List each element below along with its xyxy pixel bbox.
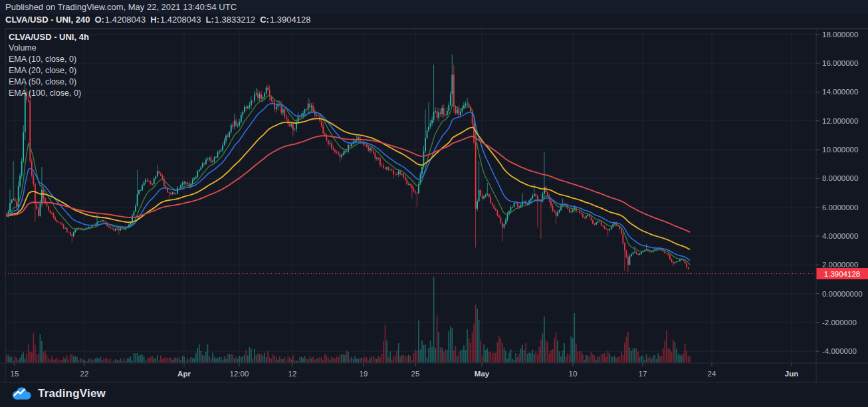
svg-text:2.0000000: 2.0000000: [822, 261, 858, 269]
svg-text:22: 22: [80, 370, 89, 378]
price-axis[interactable]: 18.00000016.00000014.00000012.00000010.0…: [816, 31, 863, 356]
tradingview-cloud-icon: [11, 386, 32, 401]
footer-logo[interactable]: TradingView: [11, 385, 106, 402]
svg-text:12:00: 12:00: [230, 370, 249, 378]
chart-legend: CLVA/USD - UNI, 4h Volume EMA (10, close…: [9, 31, 89, 99]
legend-ema-100[interactable]: EMA (100, close, 0): [9, 88, 89, 99]
svg-text:18.000000: 18.000000: [822, 31, 858, 39]
chart-canvas[interactable]: 18.00000016.00000014.00000012.00000010.0…: [0, 0, 868, 407]
low-value: 1.3833212: [215, 15, 255, 25]
last-price-label: 1.3904128: [817, 268, 868, 279]
svg-text:12: 12: [288, 370, 297, 378]
grid-lines: [5, 29, 816, 363]
svg-text:10: 10: [569, 370, 578, 378]
svg-text:15: 15: [11, 370, 19, 378]
volume-bars: [6, 277, 691, 362]
svg-text:Apr: Apr: [177, 370, 191, 378]
svg-text:1.3904128: 1.3904128: [824, 270, 860, 278]
svg-text:24: 24: [708, 370, 716, 378]
legend-ema-50[interactable]: EMA (50, close, 0): [9, 76, 89, 88]
svg-text:-4.000000: -4.000000: [822, 347, 857, 355]
open-label: O:: [94, 15, 104, 25]
tradingview-snapshot: 18.00000016.00000014.00000012.00000010.0…: [0, 0, 868, 407]
legend-ema-20[interactable]: EMA (20, close, 0): [9, 65, 89, 76]
svg-text:4.0000000: 4.0000000: [822, 232, 858, 240]
published-bar: Published on TradingView.com, May 22, 20…: [0, 0, 868, 14]
svg-text:8.0000000: 8.0000000: [822, 174, 858, 182]
close-label: C:: [260, 15, 269, 25]
svg-text:Jun: Jun: [785, 370, 798, 378]
legend-ema-10[interactable]: EMA (10, close, 0): [9, 54, 89, 65]
svg-text:19: 19: [360, 370, 368, 378]
svg-text:10.000000: 10.000000: [822, 146, 858, 154]
svg-text:14.000000: 14.000000: [822, 88, 858, 96]
svg-text:12.000000: 12.000000: [822, 117, 858, 125]
time-axis[interactable]: 1522Apr12:00121925May101724Jun: [11, 363, 799, 378]
published-text: Published on TradingView.com, May 22, 20…: [5, 2, 237, 12]
open-value: 1.4208043: [105, 15, 146, 25]
legend-volume[interactable]: Volume: [9, 43, 89, 54]
svg-text:-2.000000: -2.000000: [822, 319, 857, 327]
close-value: 1.3904128: [270, 15, 310, 25]
svg-text:25: 25: [411, 370, 420, 378]
tradingview-brand[interactable]: TradingView: [38, 387, 106, 400]
low-label: L:: [205, 15, 213, 25]
svg-text:17: 17: [639, 370, 647, 378]
symbol-title: CLVA/USD - UNI, 240: [5, 15, 90, 25]
svg-text:16.000000: 16.000000: [822, 59, 858, 67]
svg-text:0.00000000: 0.00000000: [822, 290, 863, 298]
high-label: H:: [150, 15, 160, 25]
candlesticks: [6, 55, 691, 274]
high-value: 1.4208043: [160, 15, 201, 25]
ohlc-readout: CLVA/USD - UNI, 240O:1.4208043H:1.420804…: [0, 14, 310, 26]
svg-text:6.0000000: 6.0000000: [822, 204, 858, 211]
svg-text:May: May: [475, 370, 490, 378]
legend-symbol-title: CLVA/USD - UNI, 4h: [9, 31, 89, 43]
